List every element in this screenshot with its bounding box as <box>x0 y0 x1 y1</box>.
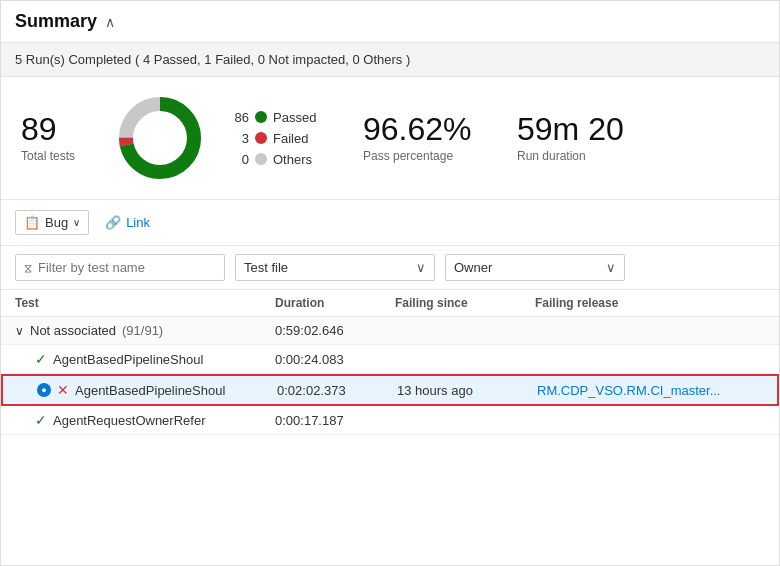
stats-row: 89 Total tests 86 <box>1 77 779 200</box>
total-tests-value: 89 <box>21 113 57 145</box>
pass-percentage: 96.62% Pass percentage <box>363 113 493 163</box>
failed-count: 3 <box>229 131 249 146</box>
pass-pct-label: Pass percentage <box>363 149 453 163</box>
duration-2: 0:02:02.373 <box>277 383 397 398</box>
page-container: Summary ∧ 5 Run(s) Completed ( 4 Passed,… <box>0 0 780 566</box>
link-label: Link <box>126 215 150 230</box>
test-name-1: AgentBasedPipelineShoul <box>53 352 203 367</box>
group-row-not-associated[interactable]: ∨ Not associated (91/91) 0:59:02.646 <box>1 317 779 345</box>
run-duration-value: 59m 20 <box>517 113 624 145</box>
test-name-input[interactable] <box>38 260 216 275</box>
filter-icon: ⧖ <box>24 261 32 275</box>
group-count: (91/91) <box>122 323 163 338</box>
owner-label: Owner <box>454 260 492 275</box>
table-header: Test Duration Failing since Failing rele… <box>1 290 779 317</box>
legend-others: 0 Others <box>229 152 339 167</box>
passed-count: 86 <box>229 110 249 125</box>
group-name: Not associated <box>30 323 116 338</box>
col-test: Test <box>15 296 275 310</box>
table-container: Test Duration Failing since Failing rele… <box>1 290 779 435</box>
test-item-1: ✓ AgentBasedPipelineShoul <box>15 351 275 367</box>
duration-1: 0:00:24.083 <box>275 352 395 367</box>
bug-label: Bug <box>45 215 68 230</box>
test-file-dropdown-arrow: ∨ <box>416 260 426 275</box>
test-name-2: AgentBasedPipelineShoul <box>75 383 225 398</box>
passed-label: Passed <box>273 110 316 125</box>
test-name-3: AgentRequestOwnerRefer <box>53 413 205 428</box>
fail-icon-2: ✕ <box>57 382 69 398</box>
test-item-3: ✓ AgentRequestOwnerRefer <box>15 412 275 428</box>
table-row-selected[interactable]: ● ✕ AgentBasedPipelineShoul 0:02:02.373 … <box>1 374 779 406</box>
actions-row: 📋 Bug ∨ 🔗 Link <box>1 200 779 246</box>
donut-chart <box>115 93 205 183</box>
pass-pct-value: 96.62% <box>363 113 472 145</box>
pass-icon-1: ✓ <box>35 351 47 367</box>
bug-icon: 📋 <box>24 215 40 230</box>
bug-button[interactable]: 📋 Bug ∨ <box>15 210 89 235</box>
passed-dot <box>255 111 267 123</box>
run-duration-label: Run duration <box>517 149 586 163</box>
svg-point-3 <box>136 114 184 162</box>
selected-indicator-icon: ● <box>37 383 51 397</box>
legend-failed: 3 Failed <box>229 131 339 146</box>
header: Summary ∧ <box>1 1 779 43</box>
others-label: Others <box>273 152 312 167</box>
legend-passed: 86 Passed <box>229 110 339 125</box>
others-dot <box>255 153 267 165</box>
others-count: 0 <box>229 152 249 167</box>
failed-label: Failed <box>273 131 308 146</box>
duration-3: 0:00:17.187 <box>275 413 395 428</box>
link-icon: 🔗 <box>105 215 121 230</box>
run-duration: 59m 20 Run duration <box>517 113 624 163</box>
group-label: ∨ Not associated (91/91) <box>15 323 275 338</box>
test-file-label: Test file <box>244 260 288 275</box>
banner-text: 5 Run(s) Completed ( 4 Passed, 1 Failed,… <box>15 52 410 67</box>
col-failing-since: Failing since <box>395 296 535 310</box>
total-tests: 89 Total tests <box>21 113 91 163</box>
bug-dropdown-icon: ∨ <box>73 217 80 228</box>
chart-legend: 86 Passed 3 Failed 0 Others <box>229 110 339 167</box>
test-file-dropdown[interactable]: Test file ∨ <box>235 254 435 281</box>
table-row[interactable]: ✓ AgentRequestOwnerRefer 0:00:17.187 <box>1 406 779 435</box>
test-item-2: ● ✕ AgentBasedPipelineShoul <box>17 382 277 398</box>
table-row[interactable]: ✓ AgentBasedPipelineShoul 0:00:24.083 <box>1 345 779 374</box>
total-tests-label: Total tests <box>21 149 75 163</box>
owner-dropdown-arrow: ∨ <box>606 260 616 275</box>
col-failing-release: Failing release <box>535 296 765 310</box>
group-duration: 0:59:02.646 <box>275 323 395 338</box>
group-chevron: ∨ <box>15 324 24 338</box>
pass-icon-3: ✓ <box>35 412 47 428</box>
filters-row: ⧖ Test file ∨ Owner ∨ <box>1 246 779 290</box>
failing-release-2[interactable]: RM.CDP_VSO.RM.CI_master... <box>537 383 763 398</box>
link-button[interactable]: 🔗 Link <box>105 215 150 230</box>
test-name-filter[interactable]: ⧖ <box>15 254 225 281</box>
failed-dot <box>255 132 267 144</box>
failing-since-2: 13 hours ago <box>397 383 537 398</box>
col-duration: Duration <box>275 296 395 310</box>
summary-banner: 5 Run(s) Completed ( 4 Passed, 1 Failed,… <box>1 43 779 77</box>
collapse-icon[interactable]: ∧ <box>105 14 115 30</box>
page-title: Summary <box>15 11 97 32</box>
owner-dropdown[interactable]: Owner ∨ <box>445 254 625 281</box>
